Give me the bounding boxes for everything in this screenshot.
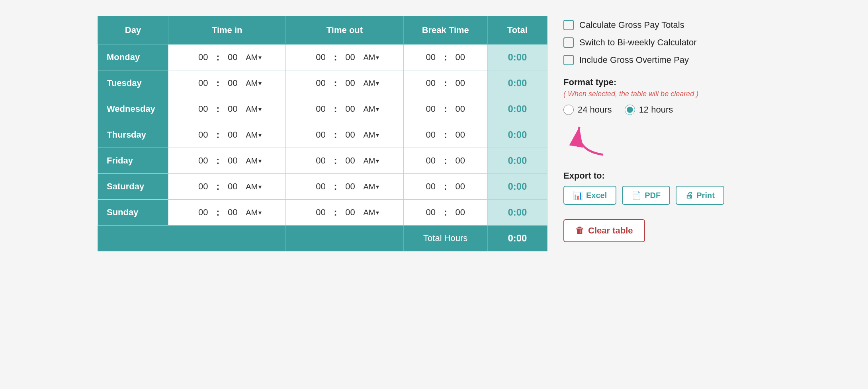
checkbox-label-0: Calculate Gross Pay Totals [579, 20, 684, 30]
break-hour-input[interactable] [420, 207, 442, 218]
time-in-cell[interactable]: : AM PM [168, 70, 286, 96]
time-out-hour-input[interactable] [310, 104, 331, 114]
checkbox-item-2[interactable]: Include Gross Overtime Pay [563, 55, 770, 65]
time-out-cell[interactable]: : AM PM [286, 148, 403, 174]
time-out-min-input[interactable] [339, 130, 361, 140]
time-out-min-input[interactable] [339, 52, 361, 62]
time-out-ampm-select[interactable]: AM PM [363, 79, 375, 88]
time-in-cell[interactable]: : AM PM [168, 122, 286, 148]
break-min-input[interactable] [450, 104, 471, 114]
time-in-min-input[interactable] [222, 156, 243, 166]
break-time-cell[interactable]: : [403, 148, 487, 174]
time-out-ampm-select[interactable]: AM PM [363, 105, 375, 113]
time-out-min-input[interactable] [339, 181, 361, 192]
time-out-min-input[interactable] [339, 207, 361, 218]
time-out-min-input[interactable] [339, 156, 361, 166]
time-in-min-input[interactable] [222, 104, 243, 114]
time-out-min-input[interactable] [339, 104, 361, 114]
time-in-min-input[interactable] [222, 130, 243, 140]
break-time-cell[interactable]: : [403, 70, 487, 96]
page-container: Day Time in Time out Break Time Total Mo… [98, 16, 770, 251]
time-in-cell[interactable]: : AM PM [168, 148, 286, 174]
checkbox-cb2[interactable] [563, 37, 574, 48]
break-hour-input[interactable] [420, 104, 442, 114]
time-in-ampm-select[interactable]: AM PM [246, 105, 258, 113]
time-out-ampm-select[interactable]: AM PM [363, 53, 375, 62]
total-cell: 0:00 [487, 122, 547, 148]
break-hour-input[interactable] [420, 130, 442, 140]
checkbox-item-0[interactable]: Calculate Gross Pay Totals [563, 20, 770, 30]
time-in-cell[interactable]: : AM PM [168, 174, 286, 200]
break-min-input[interactable] [450, 156, 471, 166]
break-time-cell[interactable]: : [403, 122, 487, 148]
time-out-min-input[interactable] [339, 78, 361, 88]
radio-24-hours[interactable] [563, 105, 574, 115]
break-min-input[interactable] [450, 130, 471, 140]
time-out-hour-input[interactable] [310, 52, 331, 62]
time-sep: : [216, 129, 219, 140]
checkbox-cb1[interactable] [563, 20, 574, 30]
time-in-cell[interactable]: : AM PM [168, 96, 286, 122]
time-in-ampm-select[interactable]: AM PM [246, 130, 258, 139]
time-sep: : [216, 155, 219, 166]
time-in-hour-input[interactable] [192, 181, 214, 192]
time-in-ampm-select[interactable]: AM PM [246, 79, 258, 88]
time-in-ampm-select[interactable]: AM PM [246, 156, 258, 165]
break-time-cell[interactable]: : [403, 174, 487, 200]
export-excel-button[interactable]: 📊Excel [563, 186, 616, 205]
clear-table-button[interactable]: 🗑 Clear table [563, 219, 645, 242]
break-time-cell[interactable]: : [403, 45, 487, 70]
checkbox-item-1[interactable]: Switch to Bi-weekly Calculator [563, 37, 770, 48]
time-in-hour-input[interactable] [192, 130, 214, 140]
checkbox-cb3[interactable] [563, 55, 574, 65]
total-cell: 0:00 [487, 96, 547, 122]
time-in-min-input[interactable] [222, 78, 243, 88]
ampm-wrapper: AM PM [246, 105, 262, 113]
break-min-input[interactable] [450, 181, 471, 192]
time-out-hour-input[interactable] [310, 181, 331, 192]
time-in-cell[interactable]: : AM PM [168, 200, 286, 226]
time-out-hour-input[interactable] [310, 156, 331, 166]
time-in-ampm-select[interactable]: AM PM [246, 53, 258, 62]
break-min-input[interactable] [450, 52, 471, 62]
break-min-input[interactable] [450, 207, 471, 218]
break-min-input[interactable] [450, 78, 471, 88]
time-in-hour-input[interactable] [192, 104, 214, 114]
time-in-hour-input[interactable] [192, 78, 214, 88]
time-in-min-input[interactable] [222, 207, 243, 218]
time-in-hour-input[interactable] [192, 52, 214, 62]
time-in-min-input[interactable] [222, 52, 243, 62]
radio-item-24[interactable]: 24 hours [563, 105, 612, 115]
ampm-wrapper: AM PM [363, 53, 379, 62]
export-print-button[interactable]: 🖨Print [676, 186, 724, 205]
time-out-cell[interactable]: : AM PM [286, 174, 403, 200]
time-out-ampm-select[interactable]: AM PM [363, 182, 375, 191]
time-out-hour-input[interactable] [310, 78, 331, 88]
break-time-cell[interactable]: : [403, 96, 487, 122]
time-out-ampm-select[interactable]: AM PM [363, 130, 375, 139]
time-in-hour-input[interactable] [192, 156, 214, 166]
break-hour-input[interactable] [420, 181, 442, 192]
time-in-hour-input[interactable] [192, 207, 214, 218]
time-out-ampm-select[interactable]: AM PM [363, 156, 375, 165]
time-in-min-input[interactable] [222, 181, 243, 192]
time-out-cell[interactable]: : AM PM [286, 70, 403, 96]
time-out-cell[interactable]: : AM PM [286, 122, 403, 148]
time-out-cell[interactable]: : AM PM [286, 45, 403, 70]
export-pdf-button[interactable]: 📄PDF [622, 186, 670, 205]
time-out-hour-input[interactable] [310, 207, 331, 218]
time-in-ampm-select[interactable]: AM PM [246, 208, 258, 217]
time-out-cell[interactable]: : AM PM [286, 96, 403, 122]
time-out-cell[interactable]: : AM PM [286, 200, 403, 226]
time-in-cell[interactable]: : AM PM [168, 45, 286, 70]
radio-12-hours[interactable] [625, 105, 635, 115]
break-hour-input[interactable] [420, 156, 442, 166]
time-in-ampm-select[interactable]: AM PM [246, 182, 258, 191]
time-out-hour-input[interactable] [310, 130, 331, 140]
break-time-cell[interactable]: : [403, 200, 487, 226]
radio-item-12[interactable]: 12 hours [625, 105, 673, 115]
break-hour-input[interactable] [420, 52, 442, 62]
pdf-icon: 📄 [631, 191, 641, 200]
time-out-ampm-select[interactable]: AM PM [363, 208, 375, 217]
break-hour-input[interactable] [420, 78, 442, 88]
